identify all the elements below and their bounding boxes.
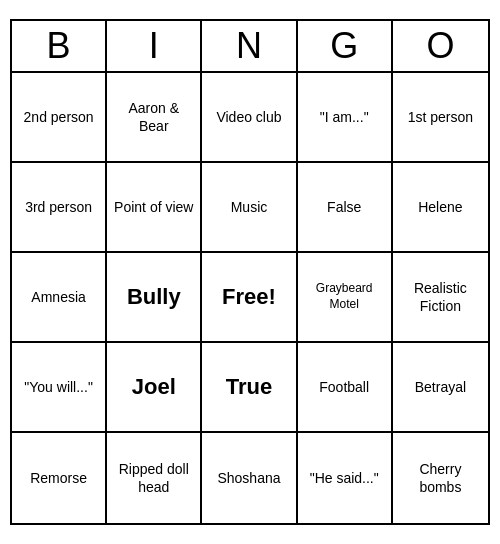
bingo-cell-16: Joel xyxy=(107,343,202,433)
bingo-cell-6: Point of view xyxy=(107,163,202,253)
bingo-cell-2: Video club xyxy=(202,73,297,163)
bingo-grid: 2nd personAaron & BearVideo club"I am...… xyxy=(12,73,488,523)
bingo-cell-9: Helene xyxy=(393,163,488,253)
bingo-cell-19: Betrayal xyxy=(393,343,488,433)
header-letter-N: N xyxy=(202,21,297,71)
bingo-header: BINGO xyxy=(12,21,488,73)
bingo-cell-7: Music xyxy=(202,163,297,253)
header-letter-G: G xyxy=(298,21,393,71)
bingo-card: BINGO 2nd personAaron & BearVideo club"I… xyxy=(10,19,490,525)
bingo-cell-5: 3rd person xyxy=(12,163,107,253)
header-letter-B: B xyxy=(12,21,107,71)
bingo-cell-8: False xyxy=(298,163,393,253)
bingo-cell-21: Ripped doll head xyxy=(107,433,202,523)
bingo-cell-4: 1st person xyxy=(393,73,488,163)
bingo-cell-20: Remorse xyxy=(12,433,107,523)
bingo-cell-13: Graybeard Motel xyxy=(298,253,393,343)
bingo-cell-11: Bully xyxy=(107,253,202,343)
bingo-cell-1: Aaron & Bear xyxy=(107,73,202,163)
bingo-cell-15: "You will..." xyxy=(12,343,107,433)
bingo-cell-14: Realistic Fiction xyxy=(393,253,488,343)
bingo-cell-18: Football xyxy=(298,343,393,433)
bingo-cell-3: "I am..." xyxy=(298,73,393,163)
bingo-cell-22: Shoshana xyxy=(202,433,297,523)
bingo-cell-0: 2nd person xyxy=(12,73,107,163)
bingo-cell-17: True xyxy=(202,343,297,433)
header-letter-O: O xyxy=(393,21,488,71)
bingo-cell-10: Amnesia xyxy=(12,253,107,343)
bingo-cell-23: "He said..." xyxy=(298,433,393,523)
bingo-cell-12: Free! xyxy=(202,253,297,343)
header-letter-I: I xyxy=(107,21,202,71)
bingo-cell-24: Cherry bombs xyxy=(393,433,488,523)
